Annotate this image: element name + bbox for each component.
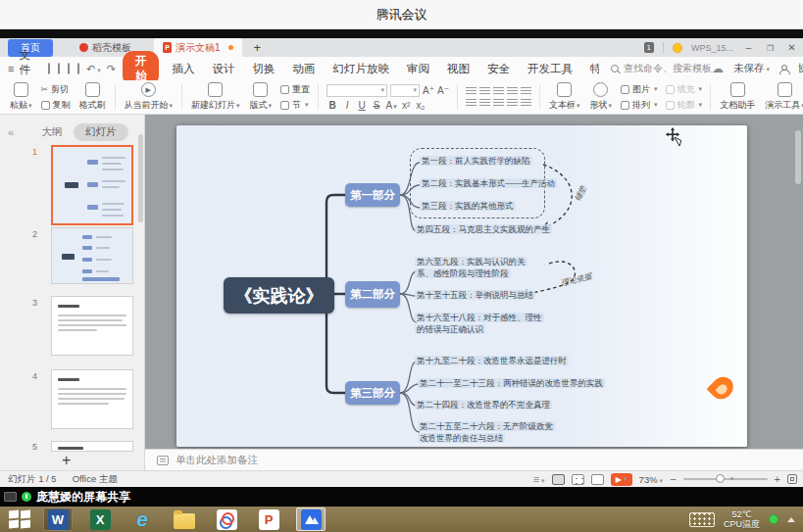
zoom-out-icon[interactable]: − — [670, 473, 676, 485]
columns-icon[interactable] — [521, 99, 531, 108]
mindmap-part1-node[interactable]: 第一部分 — [345, 183, 400, 207]
format-painter-button[interactable]: 格式刷 — [75, 82, 111, 112]
mindmap-item[interactable]: 第二十一至二十三段：两种错误的改造世界的实践 — [418, 378, 605, 390]
collaborate-button[interactable]: 协作 — [798, 62, 803, 75]
mindmap-item[interactable]: 第一段：前人实践哲学的缺陷 — [420, 156, 532, 168]
mindmap-item[interactable]: 第二十四段：改造世界的不完全真理 — [415, 400, 552, 411]
play-from-current-button[interactable]: ▶ 从当前开始 — [120, 82, 178, 112]
tray-expand-icon[interactable] — [787, 517, 795, 522]
canvas-scrollbar[interactable] — [795, 130, 801, 184]
print-preview-icon[interactable] — [77, 63, 79, 74]
mindmap-item[interactable]: 第二十五至二十六段：无产阶级政党改造世界的责任与总结 — [418, 421, 559, 444]
save-icon[interactable] — [48, 63, 50, 74]
slide-thumbnail-1[interactable] — [51, 145, 133, 225]
tab-design[interactable]: 设计 — [203, 62, 243, 76]
notes-toggle-icon[interactable]: ≡ — [533, 473, 545, 485]
slide-1-canvas[interactable]: 《实践论》 第一部分 第二部分 第三部分 第一段：前人实践哲学的缺陷 第二段：实… — [176, 125, 747, 447]
copy-button[interactable]: 复制 — [41, 99, 71, 112]
fill-button[interactable]: 填充 — [666, 83, 703, 96]
taskbar-word[interactable]: W — [43, 508, 73, 531]
mindmap-part2-node[interactable]: 第二部分 — [345, 281, 400, 308]
save-status[interactable]: 未保存 — [733, 62, 770, 75]
slide-thumbnail-3[interactable] — [51, 296, 133, 356]
layout-button[interactable]: 版式 — [245, 82, 277, 112]
reading-view-button[interactable] — [591, 474, 604, 485]
tab-outline[interactable]: 大纲 — [41, 125, 62, 139]
zoom-level[interactable]: 73% — [639, 474, 664, 485]
mindmap-item[interactable]: 第六至九段：实践与认识的关系、感性阶段与理性阶段 — [415, 257, 540, 279]
tab-review[interactable]: 审阅 — [398, 62, 438, 76]
new-slide-button[interactable]: 新建幻灯片 — [186, 82, 245, 112]
strike-button[interactable]: S — [371, 100, 382, 111]
align-left-icon[interactable] — [466, 99, 477, 108]
decrease-font-icon[interactable]: A⁻ — [437, 85, 449, 96]
mindmap-item[interactable]: 第三段：实践的其他形式 — [420, 201, 516, 213]
mindmap-root-node[interactable]: 《实践论》 — [224, 277, 334, 314]
tab-slides[interactable]: 幻灯片 — [74, 123, 128, 141]
cut-button[interactable]: ✂剪切 — [41, 83, 70, 96]
align-center-icon[interactable] — [479, 99, 490, 108]
section-button[interactable]: 节 — [280, 99, 309, 112]
superscript-button[interactable]: x² — [400, 100, 412, 111]
window-count-badge[interactable]: 1 — [644, 42, 654, 53]
output-icon[interactable] — [58, 63, 60, 74]
slide-thumbnail-5[interactable] — [51, 441, 133, 452]
tab-features[interactable]: 特色功能 — [581, 62, 599, 76]
increase-font-icon[interactable]: A⁺ — [423, 85, 434, 96]
textbox-button[interactable]: 文本框 — [544, 82, 585, 112]
redo-icon[interactable]: ↷ — [107, 63, 116, 75]
bullet-list-icon[interactable] — [466, 87, 477, 96]
floating-promo-flame-icon[interactable] — [712, 376, 732, 400]
tab-document[interactable]: P 演示文稿1 — [154, 38, 242, 57]
start-button[interactable] — [9, 510, 30, 528]
indent-icon[interactable] — [507, 87, 518, 96]
slide-thumbnail-2[interactable] — [51, 227, 133, 284]
add-slide-button[interactable]: + — [62, 452, 71, 469]
tab-home[interactable]: 首页 — [8, 39, 53, 57]
collapse-panel-icon[interactable]: « — [8, 126, 14, 138]
present-tools-button[interactable]: 演示工具 — [760, 82, 803, 112]
paste-button[interactable]: 粘贴 — [5, 82, 37, 112]
slideshow-play-button[interactable]: ▶ — [611, 473, 632, 486]
tab-insert[interactable]: 插入 — [163, 62, 203, 76]
editing-canvas[interactable]: 《实践论》 第一部分 第二部分 第三部分 第一段：前人实践哲学的缺陷 第二段：实… — [145, 115, 803, 449]
zoom-slider-knob[interactable] — [716, 474, 725, 483]
align-right-icon[interactable] — [493, 99, 504, 108]
arrange-button[interactable]: 排列 — [621, 99, 658, 112]
italic-button[interactable]: I — [341, 100, 353, 111]
underline-button[interactable]: U — [356, 100, 368, 111]
picture-button[interactable]: 图片 — [621, 83, 658, 96]
print-icon[interactable] — [68, 63, 70, 74]
bold-button[interactable]: B — [326, 100, 338, 111]
notes-bar[interactable]: 单击此处添加备注 — [145, 449, 803, 470]
hamburger-icon[interactable]: ≡ — [8, 63, 14, 74]
mindmap-item[interactable]: 第十至十五段：举例说明与总结 — [415, 290, 535, 302]
command-search[interactable]: 查找命令、搜索模板 — [611, 62, 712, 75]
doc-assistant-button[interactable]: 文档助手 — [715, 82, 760, 112]
taskbar-ie[interactable]: e — [127, 508, 157, 531]
fit-slide-icon[interactable] — [787, 474, 797, 484]
taskbar-excel[interactable]: X — [85, 508, 115, 531]
tab-security[interactable]: 安全 — [478, 62, 519, 76]
mindmap-item[interactable]: 第十六至十八段：对于感性、理性的错误与正确认识 — [415, 313, 544, 335]
line-spacing-icon[interactable] — [521, 87, 531, 96]
font-size-select[interactable] — [390, 84, 420, 97]
font-family-select[interactable] — [326, 84, 387, 97]
tab-devtools[interactable]: 开发工具 — [519, 62, 581, 76]
mindmap-item[interactable]: 第四五段：马克思主义实践观的产生 — [415, 224, 552, 236]
taskbar-explorer[interactable] — [170, 508, 199, 531]
undo-icon[interactable]: ↶ — [86, 63, 101, 75]
zoom-slider[interactable] — [683, 478, 768, 480]
restore-button[interactable] — [764, 42, 777, 53]
reset-button[interactable]: 重置 — [280, 83, 310, 96]
justify-icon[interactable] — [507, 99, 518, 108]
subscript-button[interactable]: x₂ — [415, 100, 427, 111]
wps-account-icon[interactable] — [673, 43, 682, 53]
outline-button[interactable]: 轮廓 — [666, 99, 703, 112]
shape-button[interactable]: 形状 — [585, 82, 618, 112]
font-color-button[interactable]: A — [385, 100, 397, 111]
normal-view-button[interactable] — [552, 474, 565, 485]
new-tab-button[interactable]: + — [254, 40, 262, 55]
number-list-icon[interactable] — [479, 87, 490, 96]
slide-sorter-button[interactable] — [572, 474, 584, 485]
